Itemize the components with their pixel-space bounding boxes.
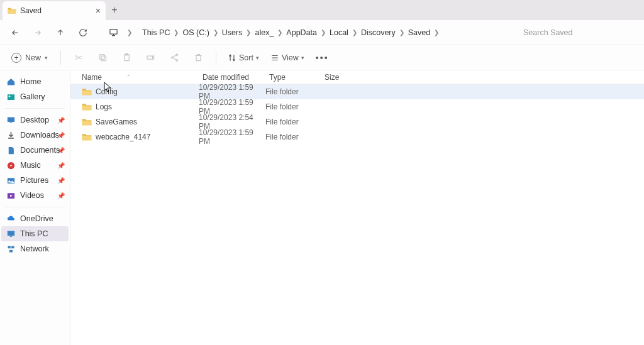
sidebar-item-label: Gallery	[20, 92, 45, 101]
back-button[interactable]	[5, 23, 25, 43]
sidebar-item-desktop[interactable]: Desktop📌	[1, 112, 69, 128]
col-type[interactable]: Type	[269, 73, 325, 82]
divider	[5, 207, 65, 207]
chevron-right-icon: ❯	[212, 29, 219, 36]
copy-icon[interactable]	[92, 49, 113, 67]
chevron-down-icon: ▾	[256, 55, 259, 61]
close-icon[interactable]: ×	[96, 6, 101, 16]
table-row[interactable]: Logs10/29/2023 1:59 PMFile folder	[70, 99, 644, 114]
folder-icon	[8, 7, 16, 14]
table-row[interactable]: webcache_414710/29/2023 1:59 PMFile fold…	[70, 129, 644, 145]
breadcrumb-segment[interactable]: OS (C:)	[180, 28, 211, 37]
file-list: Name ˄ Date modified Type Size Config10/…	[70, 70, 644, 345]
sidebar-item-music[interactable]: Music📌	[1, 158, 69, 173]
address-bar: ❯ This PC❯OS (C:)❯Users❯alex_❯AppData❯Lo…	[0, 20, 644, 45]
svg-rect-11	[8, 117, 14, 122]
sidebar-item-this-pc[interactable]: This PC	[1, 226, 69, 241]
breadcrumb-segment[interactable]: Users	[219, 28, 245, 37]
svg-rect-1	[101, 56, 106, 61]
file-date: 10/29/2023 1:59 PM	[199, 128, 265, 146]
folder-icon	[82, 133, 92, 141]
breadcrumb-segment[interactable]: This PC	[140, 28, 172, 37]
table-row[interactable]: SaveGames10/29/2023 2:54 PMFile folder	[70, 114, 644, 129]
view-button[interactable]: View ▾	[267, 49, 308, 67]
pin-icon: 📌	[57, 162, 65, 169]
sidebar-item-label: Desktop	[20, 116, 49, 124]
svg-rect-0	[109, 30, 116, 35]
breadcrumb[interactable]: This PC❯OS (C:)❯Users❯alex_❯AppData❯Loca…	[136, 23, 517, 43]
monitor-icon[interactable]	[103, 23, 123, 43]
more-button[interactable]: •••	[312, 53, 333, 63]
breadcrumb-segment[interactable]: alex_	[252, 28, 276, 37]
col-size[interactable]: Size	[325, 73, 362, 82]
folder-icon	[82, 118, 92, 126]
toolbar: + New ▾ ✂ Sort ▾ View ▾ •••	[0, 45, 644, 70]
sidebar-item-gallery[interactable]: Gallery	[1, 89, 69, 104]
window-tab[interactable]: Saved ×	[3, 1, 106, 20]
sidebar-item-downloads[interactable]: Downloads📌	[1, 128, 69, 143]
sidebar-item-network[interactable]: Network	[1, 241, 69, 256]
col-date[interactable]: Date modified	[203, 73, 269, 82]
col-name[interactable]: Name	[82, 73, 102, 82]
svg-rect-18	[10, 236, 13, 236]
pin-icon: 📌	[57, 192, 65, 199]
delete-icon[interactable]	[188, 49, 208, 67]
sort-indicator-icon: ˄	[127, 74, 130, 80]
downloads-icon	[6, 131, 16, 140]
file-name: Logs	[96, 102, 112, 111]
search-input[interactable]	[519, 24, 639, 41]
pin-icon: 📌	[57, 147, 65, 154]
sidebar-item-videos[interactable]: Videos📌	[1, 188, 69, 203]
new-button[interactable]: + New ▾	[6, 49, 53, 67]
sort-label: Sort	[239, 53, 253, 62]
svg-rect-20	[11, 246, 14, 248]
sidebar-item-documents[interactable]: Documents📌	[1, 143, 69, 158]
sidebar-item-label: This PC	[20, 229, 48, 238]
share-icon[interactable]	[164, 49, 184, 67]
file-type: File folder	[265, 133, 321, 141]
videos-icon	[6, 191, 16, 200]
main-area: HomeGalleryDesktop📌Downloads📌Documents📌M…	[0, 70, 644, 345]
chevron-right-icon: ❯	[351, 29, 358, 36]
up-button[interactable]	[50, 23, 70, 43]
svg-point-6	[176, 54, 178, 56]
documents-icon	[6, 146, 16, 155]
sort-button[interactable]: Sort ▾	[224, 49, 263, 67]
chevron-right-icon: ❯	[433, 29, 440, 36]
thispc-icon	[6, 229, 16, 239]
divider	[60, 51, 61, 65]
breadcrumb-segment[interactable]: AppData	[284, 28, 319, 37]
svg-point-8	[176, 60, 178, 62]
svg-point-7	[171, 57, 173, 58]
folder-icon	[82, 87, 92, 96]
pin-icon: 📌	[57, 132, 65, 139]
cut-icon[interactable]: ✂	[69, 49, 89, 67]
sidebar-item-home[interactable]: Home	[1, 74, 69, 89]
breadcrumb-segment[interactable]: Saved	[406, 28, 433, 37]
view-label: View	[282, 53, 299, 62]
breadcrumb-segment[interactable]: Discovery	[358, 28, 398, 37]
tab-bar: Saved × +	[0, 0, 644, 20]
sidebar-item-label: Home	[20, 77, 41, 86]
table-row[interactable]: Config10/29/2023 1:59 PMFile folder	[70, 84, 644, 99]
new-tab-button[interactable]: +	[106, 1, 123, 19]
pin-icon: 📌	[57, 177, 65, 184]
paste-icon[interactable]	[116, 49, 136, 67]
column-headers[interactable]: Name ˄ Date modified Type Size	[70, 70, 644, 84]
rename-icon[interactable]	[140, 49, 160, 67]
new-label: New	[25, 53, 41, 62]
chevron-right-icon: ❯	[126, 29, 133, 36]
chevron-right-icon: ❯	[276, 29, 284, 36]
refresh-button[interactable]	[73, 23, 93, 43]
gallery-icon	[6, 92, 16, 102]
divider	[216, 51, 216, 65]
file-type: File folder	[265, 102, 321, 111]
sidebar-item-onedrive[interactable]: OneDrive	[1, 211, 69, 226]
svg-rect-17	[8, 231, 14, 236]
sidebar-item-pictures[interactable]: Pictures📌	[1, 173, 69, 188]
sidebar-item-label: OneDrive	[20, 214, 53, 223]
breadcrumb-segment[interactable]: Local	[327, 28, 351, 37]
chevron-right-icon: ❯	[398, 29, 406, 36]
svg-rect-12	[10, 122, 13, 123]
forward-button[interactable]	[28, 23, 48, 43]
